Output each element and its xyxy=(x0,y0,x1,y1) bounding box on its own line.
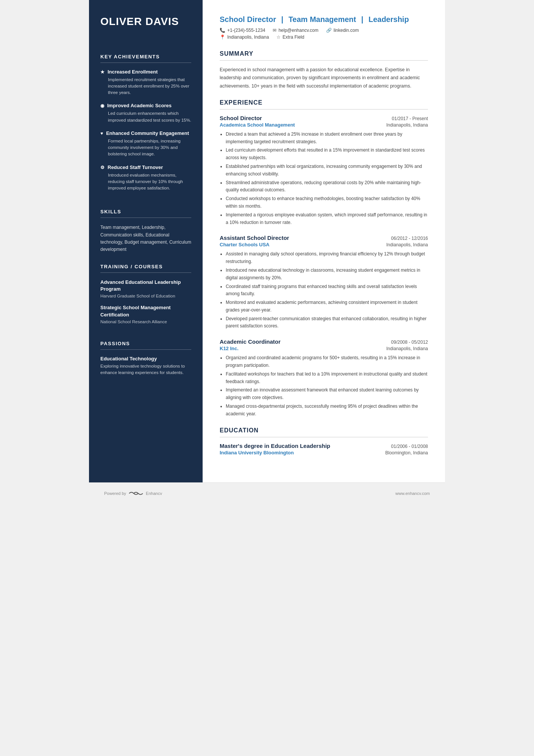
experience-divider xyxy=(220,109,428,110)
passion-item-1: Educational Technology Exploring innovat… xyxy=(100,356,191,376)
sidebar: OLIVER DAVIS KEY ACHIEVEMENTS ★ Increase… xyxy=(89,0,203,482)
achievement-icon-1: ★ xyxy=(100,69,105,75)
main-header: School Director | Team Management | Lead… xyxy=(220,15,428,40)
powered-by-text: Powered by xyxy=(104,491,126,496)
job-2-header: Assistant School Director 06/2012 - 12/2… xyxy=(220,235,428,241)
achievement-icon-2: ◉ xyxy=(100,103,104,108)
contact-row-2: 📍 Indianapolis, Indiana ☆ Extra Field xyxy=(220,34,428,40)
job-3-subheader: K12 Inc. Indianapolis, Indiana xyxy=(220,346,428,351)
training-title-2: Strategic School Management Certificatio… xyxy=(100,304,191,318)
edu-1-subheader: Indiana University Bloomington Bloomingt… xyxy=(220,450,428,455)
resume-wrapper: OLIVER DAVIS KEY ACHIEVEMENTS ★ Increase… xyxy=(89,0,445,504)
job-1-bullet-5: Conducted workshops to enhance teaching … xyxy=(226,195,428,210)
contact-email: ✉ help@enhancv.com xyxy=(273,28,318,33)
training-list: Advanced Educational Leadership Program … xyxy=(100,279,191,330)
job-1-bullet-2: Led curriculum development efforts that … xyxy=(226,147,428,162)
achievements-section-title: KEY ACHIEVEMENTS xyxy=(100,54,191,59)
title-part-2: Team Management xyxy=(289,15,356,23)
job-3-bullet-3: Implemented an innovative assessment fra… xyxy=(226,387,428,402)
brand-name: Enhancv xyxy=(146,491,162,496)
education-divider xyxy=(220,437,428,437)
training-item-1: Advanced Educational Leadership Program … xyxy=(100,279,191,298)
achievement-item-2: ◉ Improved Academic Scores Led curriculu… xyxy=(100,103,191,124)
linkedin-icon: 🔗 xyxy=(326,28,332,33)
separator-2: | xyxy=(361,15,365,23)
contact-linkedin: 🔗 linkedin.com xyxy=(326,28,359,33)
edu-1-school: Indiana University Bloomington xyxy=(220,450,294,455)
training-section-title: TRAINING / COURSES xyxy=(100,264,191,269)
achievement-title-4: ⚙ Reduced Staff Turnover xyxy=(100,164,191,170)
passion-desc-1: Exploring innovative technology solution… xyxy=(100,363,191,376)
job-3-company: K12 Inc. xyxy=(220,346,239,351)
achievement-item-3: ♥ Enhanced Community Engagement Formed l… xyxy=(100,130,191,158)
job-1-company: Academica School Management xyxy=(220,122,295,128)
passions-list: Educational Technology Exploring innovat… xyxy=(100,356,191,382)
training-divider xyxy=(100,272,191,273)
job-2-bullets: Assisted in managing daily school operat… xyxy=(220,250,428,330)
resume-body: OLIVER DAVIS KEY ACHIEVEMENTS ★ Increase… xyxy=(89,0,445,482)
skills-section-title: SKILLS xyxy=(100,209,191,214)
contact-extra: ☆ Extra Field xyxy=(276,34,304,40)
contact-row-1: 📞 +1-(234)-555-1234 ✉ help@enhancv.com 🔗… xyxy=(220,28,428,33)
phone-text: +1-(234)-555-1234 xyxy=(227,28,265,33)
edu-1: Master's degree in Education Leadership … xyxy=(220,443,428,455)
job-1-bullets: Directed a team that achieved a 25% incr… xyxy=(220,131,428,227)
passion-title-1: Educational Technology xyxy=(100,356,191,362)
training-org-2: National School Research Alliance xyxy=(100,319,191,324)
resume-footer: Powered by Enhancv www.enhancv.com xyxy=(89,482,445,504)
job-3-date: 09/2008 - 05/2012 xyxy=(391,340,428,345)
education-section: EDUCATION Master's degree in Education L… xyxy=(220,427,428,455)
job-1-date: 01/2017 - Present xyxy=(392,116,428,121)
title-part-1: School Director xyxy=(220,15,276,23)
achievement-title-2: ◉ Improved Academic Scores xyxy=(100,103,191,108)
job-1-subheader: Academica School Management Indianapolis… xyxy=(220,122,428,128)
achievement-title-1: ★ Increased Enrollment xyxy=(100,69,191,75)
summary-section: SUMMARY Experienced in school management… xyxy=(220,50,428,90)
experience-title: EXPERIENCE xyxy=(220,99,428,106)
job-1-bullet-6: Implemented a rigorous employee evaluati… xyxy=(226,211,428,227)
location-text: Indianapolis, Indiana xyxy=(227,34,269,40)
achievement-desc-3: Formed local partnerships, increasing co… xyxy=(100,138,191,158)
title-part-3: Leadership xyxy=(368,15,409,23)
footer-url: www.enhancv.com xyxy=(395,491,430,496)
summary-divider xyxy=(220,60,428,61)
job-2-bullet-1: Assisted in managing daily school operat… xyxy=(226,250,428,266)
job-title-line: School Director | Team Management | Lead… xyxy=(220,15,428,24)
edu-1-header: Master's degree in Education Leadership … xyxy=(220,443,428,449)
training-title-1: Advanced Educational Leadership Program xyxy=(100,279,191,293)
job-3-bullet-1: Organized and coordinated academic progr… xyxy=(226,354,428,369)
location-icon: 📍 xyxy=(220,34,225,40)
achievement-icon-4: ⚙ xyxy=(100,165,105,170)
footer-powered: Powered by Enhancv xyxy=(104,490,162,496)
job-2-company: Charter Schools USA xyxy=(220,242,269,247)
enhancv-logo-icon xyxy=(128,490,144,496)
job-2-location: Indianapolis, Indiana xyxy=(386,242,428,247)
achievements-divider xyxy=(100,63,191,63)
edu-1-location: Bloomington, Indiana xyxy=(385,450,428,455)
job-1-bullet-4: Streamlined administrative operations, r… xyxy=(226,179,428,194)
contact-location: 📍 Indianapolis, Indiana xyxy=(220,34,269,40)
job-1-header: School Director 01/2017 - Present xyxy=(220,115,428,121)
job-1-location: Indianapolis, Indiana xyxy=(386,122,428,128)
email-icon: ✉ xyxy=(273,28,276,33)
summary-text: Experienced in school management with a … xyxy=(220,66,428,90)
achievement-title-3: ♥ Enhanced Community Engagement xyxy=(100,130,191,136)
achievement-desc-1: Implemented recruitment strategies that … xyxy=(100,77,191,96)
phone-icon: 📞 xyxy=(220,28,225,33)
summary-title: SUMMARY xyxy=(220,50,428,57)
training-item-2: Strategic School Management Certificatio… xyxy=(100,304,191,324)
training-org-1: Harvard Graduate School of Education xyxy=(100,294,191,298)
job-2-bullet-3: Coordinated staff training programs that… xyxy=(226,283,428,298)
job-3-title: Academic Coordinator xyxy=(220,338,281,345)
extra-text: Extra Field xyxy=(283,34,304,40)
job-2-bullet-5: Developed parent-teacher communication s… xyxy=(226,315,428,330)
experience-section: EXPERIENCE School Director 01/2017 - Pre… xyxy=(220,99,428,418)
job-3-location: Indianapolis, Indiana xyxy=(386,346,428,351)
job-2-bullet-2: Introduced new educational technology in… xyxy=(226,267,428,282)
candidate-name: OLIVER DAVIS xyxy=(100,15,191,28)
job-2-date: 06/2012 - 12/2016 xyxy=(391,236,428,241)
job-2-subheader: Charter Schools USA Indianapolis, Indian… xyxy=(220,242,428,247)
passions-divider xyxy=(100,349,191,350)
education-title: EDUCATION xyxy=(220,427,428,434)
separator-1: | xyxy=(281,15,285,23)
